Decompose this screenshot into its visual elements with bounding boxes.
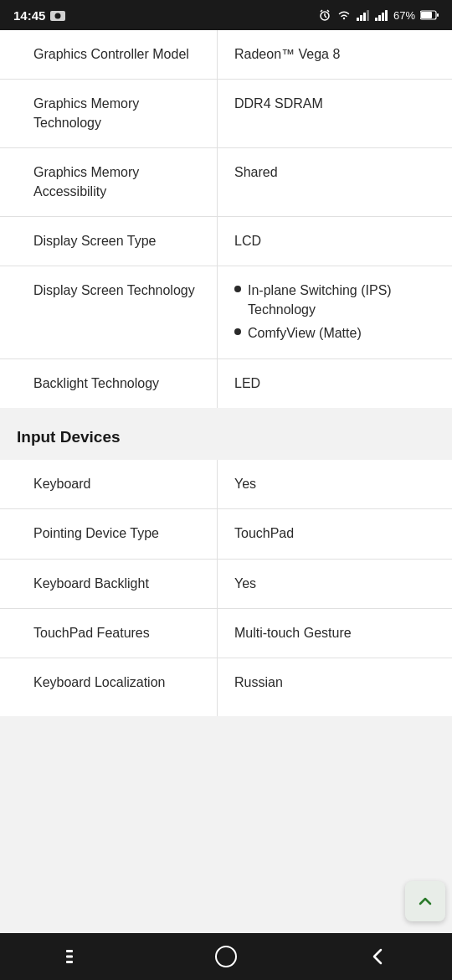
table-row: Keyboard Localization Russian (0, 658, 452, 715)
table-row: Display Screen Type LCD (0, 217, 452, 266)
recents-icon (64, 948, 85, 965)
status-right: 67% (318, 8, 439, 22)
nav-bar (0, 933, 452, 980)
home-icon (214, 945, 238, 968)
time: 14:45 (13, 8, 45, 23)
label-graphics-memory-access: Graphics Memory Accessibility (0, 148, 218, 216)
status-bar: 14:45 (0, 0, 452, 30)
value-backlight-tech: LED (218, 359, 452, 408)
svg-rect-9 (363, 13, 366, 21)
table-row: Graphics Memory Accessibility Shared (0, 148, 452, 217)
label-display-screen-type: Display Screen Type (0, 217, 218, 266)
label-keyboard-localization: Keyboard Localization (0, 658, 218, 715)
svg-rect-10 (367, 10, 369, 21)
value-touchpad-features: Multi-touch Gesture (218, 609, 452, 658)
chevron-up-icon (417, 893, 434, 910)
svg-point-21 (216, 946, 236, 967)
nav-recents-button[interactable] (64, 948, 85, 965)
camera-icon (50, 9, 65, 21)
value-graphics-memory-access: Shared (218, 148, 452, 216)
value-keyboard: Yes (218, 460, 452, 508)
value-keyboard-localization: Russian (218, 658, 452, 715)
value-pointing-device: TouchPad (218, 509, 452, 558)
svg-line-4 (325, 16, 326, 18)
battery-percent: 67% (393, 9, 415, 22)
svg-rect-17 (437, 13, 439, 17)
table-row: Graphics Memory Technology DDR4 SDRAM (0, 80, 452, 148)
status-left: 14:45 (13, 8, 65, 23)
label-graphics-controller: Graphics Controller Model (0, 30, 218, 79)
list-item: In-plane Switching (IPS) Technology (234, 281, 439, 319)
input-devices-header: Input Devices (0, 408, 452, 460)
svg-rect-14 (385, 10, 388, 21)
input-devices-table: Keyboard Yes Pointing Device Type TouchP… (0, 460, 452, 716)
table-row: Pointing Device Type TouchPad (0, 509, 452, 559)
label-backlight-tech: Backlight Technology (0, 359, 218, 408)
table-row: Graphics Controller Model Radeon™ Vega 8 (0, 30, 452, 80)
graphics-table: Graphics Controller Model Radeon™ Vega 8… (0, 30, 452, 408)
svg-rect-11 (375, 18, 378, 21)
svg-rect-18 (66, 950, 73, 952)
label-pointing-device: Pointing Device Type (0, 509, 218, 558)
back-icon (367, 948, 388, 965)
svg-line-6 (327, 10, 329, 12)
svg-rect-20 (66, 961, 73, 963)
svg-rect-13 (382, 13, 384, 21)
bullet-icon (234, 328, 241, 335)
bullet-text-2: ComfyView (Matte) (248, 324, 362, 343)
value-keyboard-backlight: Yes (218, 560, 452, 608)
display-tech-list: In-plane Switching (IPS) Technology Comf… (234, 281, 439, 343)
svg-line-5 (321, 10, 322, 12)
table-row: Display Screen Technology In-plane Switc… (0, 266, 452, 358)
nav-home-button[interactable] (214, 945, 238, 968)
signal-icon (357, 9, 370, 21)
svg-rect-8 (360, 15, 362, 21)
label-touchpad-features: TouchPad Features (0, 609, 218, 658)
section-title-input-devices: Input Devices (17, 428, 121, 446)
list-item: ComfyView (Matte) (234, 324, 439, 343)
svg-rect-19 (66, 956, 73, 958)
bullet-text-1: In-plane Switching (IPS) Technology (248, 281, 439, 319)
label-display-screen-tech: Display Screen Technology (0, 266, 218, 358)
svg-rect-16 (421, 12, 432, 18)
main-content: Graphics Controller Model Radeon™ Vega 8… (0, 30, 452, 933)
label-keyboard-backlight: Keyboard Backlight (0, 560, 218, 608)
value-graphics-controller: Radeon™ Vega 8 (218, 30, 452, 79)
bullet-icon (234, 286, 241, 292)
table-row: Backlight Technology LED (0, 359, 452, 408)
svg-rect-12 (378, 15, 381, 21)
value-graphics-memory-tech: DDR4 SDRAM (218, 80, 452, 147)
svg-rect-7 (357, 18, 359, 21)
nav-back-button[interactable] (367, 948, 388, 965)
table-row: TouchPad Features Multi-touch Gesture (0, 609, 452, 658)
value-display-screen-type: LCD (218, 217, 452, 266)
battery-icon (420, 10, 439, 20)
scroll-up-button[interactable] (405, 881, 445, 921)
signal2-icon (375, 9, 388, 21)
label-keyboard: Keyboard (0, 460, 218, 508)
wifi-icon (336, 9, 352, 21)
graphics-section: Graphics Controller Model Radeon™ Vega 8… (0, 30, 452, 408)
value-display-screen-tech: In-plane Switching (IPS) Technology Comf… (218, 266, 452, 358)
alarm-icon (318, 8, 331, 22)
table-row: Keyboard Yes (0, 460, 452, 509)
svg-point-1 (55, 13, 61, 19)
label-graphics-memory-tech: Graphics Memory Technology (0, 80, 218, 147)
input-devices-section: Keyboard Yes Pointing Device Type TouchP… (0, 460, 452, 716)
table-row: Keyboard Backlight Yes (0, 560, 452, 609)
